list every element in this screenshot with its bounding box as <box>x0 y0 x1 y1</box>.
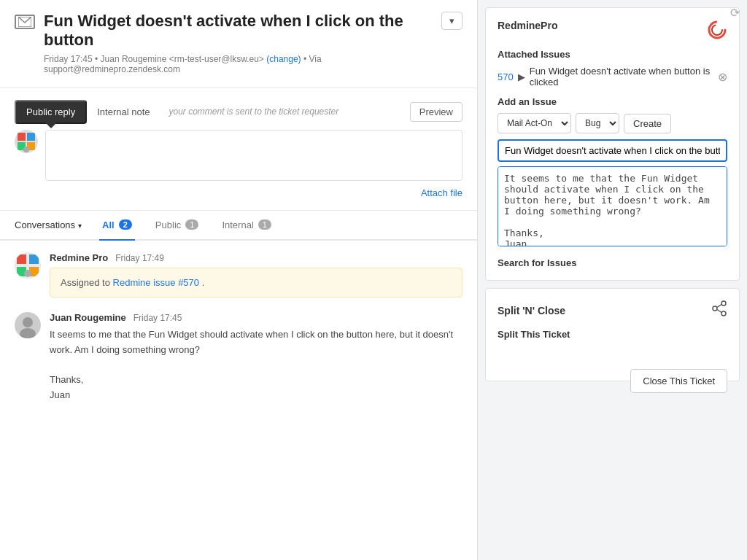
split-header: Split 'N' Close <box>498 300 727 320</box>
svg-point-17 <box>713 306 717 311</box>
conv-item-juan-meta: Juan Rougemine Friday 17:45 <box>50 312 462 323</box>
svg-rect-2 <box>27 133 35 141</box>
conv-author-redmine: Redmine Pro <box>50 252 108 263</box>
user-avatar-icon <box>15 312 41 338</box>
redmine-avatar <box>15 252 41 279</box>
refresh-icon[interactable]: ⟳ <box>730 6 740 20</box>
reply-box-area: Attach file <box>45 130 462 198</box>
conv-note-link[interactable]: Redmine issue #570 <box>113 277 200 288</box>
public-reply-tab[interactable]: Public reply <box>15 100 87 124</box>
left-panel: Fun Widget doesn't activate when I click… <box>0 0 478 560</box>
issue-close-button[interactable]: ⊗ <box>718 70 727 84</box>
ticket-change-link[interactable]: (change) <box>266 54 301 64</box>
redmine-spinner-icon <box>707 20 727 40</box>
svg-line-20 <box>717 310 721 313</box>
conversations-chevron-icon <box>78 219 82 230</box>
type-select[interactable]: Bug <box>576 113 619 133</box>
email-icon <box>15 15 35 29</box>
email-envelope-icon <box>15 15 35 29</box>
split-section: Split 'N' Close Split This Ticket Close … <box>485 288 740 381</box>
create-issue-button[interactable]: Create <box>624 114 671 133</box>
right-panel: ⟳ RedminePro Attached Issues 570 ▶ Fun W… <box>478 0 747 560</box>
ticket-header: Fun Widget doesn't activate when I click… <box>0 0 477 88</box>
issue-number-link[interactable]: 570 <box>498 71 514 82</box>
svg-rect-7 <box>29 254 39 264</box>
attach-file-area: Attach file <box>45 187 462 198</box>
conv-message-juan: It seems to me that the Fun Widget shoul… <box>50 327 462 403</box>
preview-button[interactable]: Preview <box>410 102 462 122</box>
conv-time-juan: Friday 17:45 <box>133 313 182 323</box>
reply-input-area: Attach file <box>15 130 462 198</box>
svg-line-19 <box>717 305 721 308</box>
conv-item-juan-body: Juan Rougemine Friday 17:45 It seems to … <box>50 312 462 403</box>
split-title: Split 'N' Close <box>498 305 565 316</box>
conv-item-juan: Juan Rougemine Friday 17:45 It seems to … <box>15 312 462 403</box>
conv-note-box: Assigned to Redmine issue #570 . <box>50 268 462 298</box>
issue-arrow-icon: ▶ <box>518 71 525 82</box>
tab-public-badge: 1 <box>185 219 198 230</box>
conv-note-prefix: Assigned to <box>61 277 113 288</box>
attached-issues-title: Attached Issues <box>498 49 727 60</box>
tab-internal-badge: 1 <box>258 219 271 230</box>
issue-row: 570 ▶ Fun Widget doesn't activate when b… <box>498 66 727 88</box>
svg-point-12 <box>23 317 33 327</box>
conversation-list: Redmine Pro Friday 17:49 Assigned to Red… <box>0 241 477 560</box>
redmine-logo-icon <box>15 252 41 279</box>
svg-point-5 <box>23 147 29 152</box>
attach-file-link[interactable]: Attach file <box>421 187 462 198</box>
reply-avatar <box>15 130 38 153</box>
redmine-panel-section: RedminePro Attached Issues 570 ▶ Fun Wid… <box>485 7 740 281</box>
svg-point-15 <box>712 25 722 35</box>
add-issue-title: Add an Issue <box>498 96 727 107</box>
svg-point-16 <box>721 301 726 306</box>
tab-all-badge: 2 <box>119 219 132 230</box>
conv-time-redmine: Friday 17:49 <box>115 253 164 263</box>
conversations-tabs: Conversations All 2 Public 1 Internal 1 <box>0 211 477 241</box>
conv-note-suffix: . <box>202 277 205 288</box>
avatar-cube-icon <box>15 130 38 153</box>
redmine-panel-title: RedminePro <box>498 20 557 31</box>
conv-item-redmine: Redmine Pro Friday 17:49 Assigned to Red… <box>15 252 462 298</box>
tab-internal[interactable]: Internal 1 <box>219 211 274 241</box>
ticket-dropdown-button[interactable]: ▾ <box>441 12 462 30</box>
svg-rect-6 <box>17 254 26 264</box>
conversations-dropdown[interactable]: Conversations <box>15 211 82 239</box>
ticket-date: Friday 17:45 <box>44 54 93 64</box>
conv-author-juan: Juan Rougemine <box>50 312 126 323</box>
reply-textarea[interactable] <box>45 130 462 181</box>
tab-public[interactable]: Public 1 <box>152 211 202 241</box>
issue-desc-textarea[interactable]: It seems to me that the Fun Widget shoul… <box>498 166 727 246</box>
conv-item-redmine-body: Redmine Pro Friday 17:49 Assigned to Red… <box>50 252 462 298</box>
tab-internal-label: Internal <box>222 219 253 230</box>
svg-rect-1 <box>18 133 26 141</box>
conversations-label: Conversations <box>15 219 75 230</box>
svg-point-10 <box>24 270 31 277</box>
split-this-ticket-label: Split This Ticket <box>498 329 727 340</box>
ticket-title-area: Fun Widget doesn't activate when I click… <box>44 12 441 74</box>
add-issue-controls: Mail Act-On Bug Create <box>498 113 727 133</box>
reply-hint: your comment is sent to the ticket reque… <box>169 106 338 117</box>
close-ticket-button[interactable]: Close This Ticket <box>630 369 727 393</box>
ticket-meta: Friday 17:45 • Juan Rougemine <rm-test-u… <box>44 54 441 74</box>
reply-toolbar: Public reply Internal note your comment … <box>15 100 462 124</box>
reply-area: Public reply Internal note your comment … <box>0 88 477 211</box>
ticket-title: Fun Widget doesn't activate when I click… <box>44 12 441 50</box>
tab-all-label: All <box>102 219 115 230</box>
ticket-email: <rm-test-user@lksw.eu> <box>169 54 264 64</box>
redmine-panel-header: RedminePro <box>498 20 727 40</box>
internal-note-tab[interactable]: Internal note <box>87 101 160 122</box>
split-share-icon[interactable] <box>711 300 727 320</box>
svg-point-18 <box>721 311 726 316</box>
tab-public-label: Public <box>155 219 181 230</box>
issue-text: Fun Widget doesn't activate when button … <box>530 66 713 88</box>
conv-item-redmine-meta: Redmine Pro Friday 17:49 <box>50 252 462 263</box>
issue-title-input[interactable] <box>498 139 727 162</box>
juan-avatar <box>15 312 41 338</box>
search-issues-title: Search for Issues <box>498 257 727 268</box>
tab-all[interactable]: All 2 <box>99 211 135 241</box>
ticket-author: Juan Rougemine <box>101 54 167 64</box>
project-select[interactable]: Mail Act-On <box>498 113 571 133</box>
